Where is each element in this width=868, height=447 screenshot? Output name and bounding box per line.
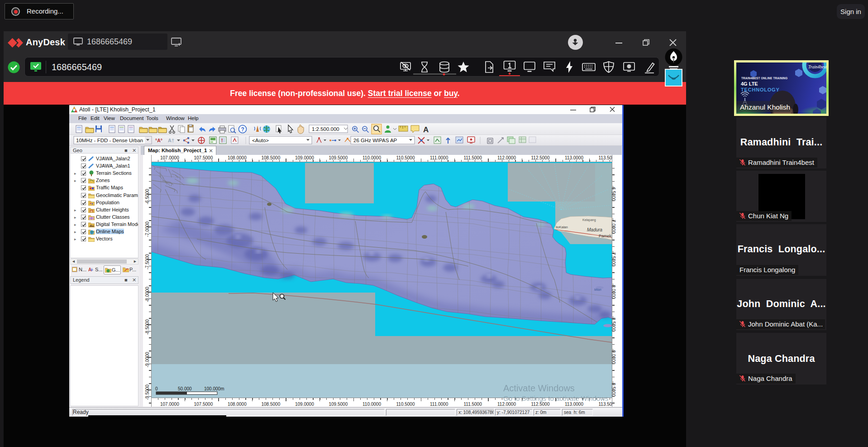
svg-text:Pamek: Pamek: [599, 234, 612, 238]
svg-text:TRAIN4BEST ONLINE TRAINING: TRAIN4BEST ONLINE TRAINING: [741, 77, 787, 80]
svg-text:Train4best: Train4best: [808, 65, 826, 69]
svg-text:lioKalan: lioKalan: [556, 225, 568, 229]
svg-text:?: ?: [241, 126, 244, 133]
svg-text:Madura: Madura: [587, 227, 602, 232]
svg-text:1:2.500.000: 1:2.500.000: [312, 126, 339, 132]
svg-text:Milan: Milan: [594, 288, 601, 291]
svg-text:4G LTE: 4G LTE: [741, 81, 758, 87]
svg-text:100.000m: 100.000m: [204, 386, 224, 391]
svg-text:<Auto>: <Auto>: [252, 138, 269, 143]
svg-text:Kelapang: Kelapang: [582, 218, 596, 222]
svg-text:!: !: [221, 138, 223, 143]
svg-text:A†: A†: [168, 138, 174, 143]
svg-text:TECHNOLOGY: TECHNOLOGY: [741, 87, 780, 92]
svg-text:A: A: [423, 125, 429, 134]
svg-text:26 GHz WIPAS AP: 26 GHz WIPAS AP: [353, 138, 397, 143]
svg-text:50.000: 50.000: [178, 386, 192, 391]
svg-text:0: 0: [155, 386, 158, 391]
svg-text:°A°: °A°: [155, 138, 162, 143]
